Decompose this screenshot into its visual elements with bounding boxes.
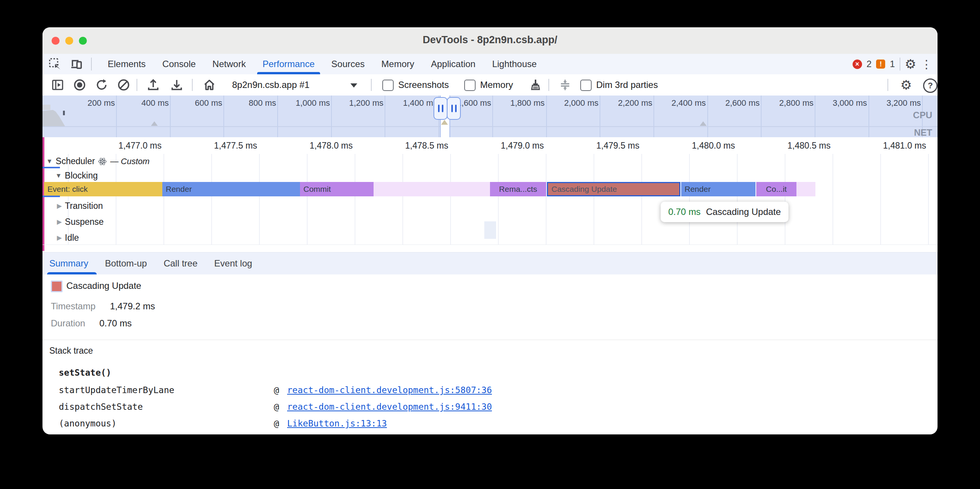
react-atom-icon xyxy=(98,157,107,166)
toggle-sidebar-icon[interactable] xyxy=(51,78,64,92)
selection-right-handle[interactable] xyxy=(447,97,461,120)
duration-value: 0.70 ms xyxy=(99,318,132,329)
overview-tick: 2,600 ms xyxy=(699,98,760,108)
disclosure-collapsed-icon[interactable]: ▶ xyxy=(57,218,62,226)
overview-tick: 1,800 ms xyxy=(484,98,545,108)
blocking-lane-header[interactable]: ▼ Blocking xyxy=(56,171,98,181)
error-count[interactable]: 2 xyxy=(867,59,872,69)
overview-tick: 2,800 ms xyxy=(753,98,813,108)
tab-bottom-up[interactable]: Bottom-up xyxy=(97,252,156,275)
stack-frame-source-link[interactable]: react-dom-client.development.js:9411:30 xyxy=(287,402,492,412)
tab-application[interactable]: Application xyxy=(423,54,484,74)
overview-tick: 3,000 ms xyxy=(806,98,867,108)
record-icon[interactable] xyxy=(73,78,86,92)
flame-bar-passive[interactable] xyxy=(374,182,490,196)
tab-bar-right-controls: × 2 ! 1 ⚙ ⋮ xyxy=(853,54,932,74)
cpu-activity-chart xyxy=(43,110,65,127)
console-errors-icon[interactable]: × xyxy=(853,60,862,69)
screenshots-checkbox[interactable] xyxy=(382,79,394,91)
selection-left-handle[interactable] xyxy=(433,97,447,120)
ruler-tick: 1,478.5 ms xyxy=(372,141,448,151)
suspense-lane-header[interactable]: ▶ Suspense xyxy=(57,217,103,227)
capture-settings-gear-icon[interactable]: ⚙ xyxy=(900,78,912,91)
shrink-rows-icon[interactable] xyxy=(558,78,572,92)
desktop-background: DevTools - 8p2n9n.csb.app/ Elements Cons… xyxy=(0,0,980,489)
tab-summary[interactable]: Summary xyxy=(49,252,97,275)
toggle-device-toolbar-icon[interactable] xyxy=(70,58,83,70)
flame-bar-commit[interactable]: Commit xyxy=(300,182,374,196)
inspect-element-icon[interactable] xyxy=(49,58,61,70)
memory-checkbox-label[interactable]: Memory xyxy=(480,79,513,90)
save-profile-icon[interactable] xyxy=(170,78,184,92)
performance-toolbar: 8p2n9n.csb.app #1 Screenshots Memory Dim… xyxy=(43,74,937,96)
settings-gear-icon[interactable]: ⚙ xyxy=(905,58,916,70)
overview-tick: 3,200 ms xyxy=(860,98,921,108)
transition-lane-label: Transition xyxy=(65,201,103,211)
tab-event-log[interactable]: Event log xyxy=(206,252,261,275)
flame-bar-render-2[interactable]: Render xyxy=(681,182,756,196)
overview-tick: 200 ms xyxy=(54,98,115,108)
flame-bar-event-click[interactable]: Event: click xyxy=(44,182,162,196)
divider xyxy=(371,79,372,91)
grip-line xyxy=(451,105,453,112)
stack-frame-source-link[interactable]: react-dom-client.development.js:5807:36 xyxy=(287,385,492,395)
grip-line xyxy=(438,105,439,112)
flame-bar-remaining-effects[interactable]: Rema...cts xyxy=(490,182,546,196)
disclosure-collapsed-icon[interactable]: ▶ xyxy=(57,202,62,210)
scheduler-track-header[interactable]: ▼ Scheduler — Custom xyxy=(46,156,150,167)
screenshots-checkbox-label[interactable]: Screenshots xyxy=(398,79,449,90)
stack-frame-source-link[interactable]: LikeButton.js:13:13 xyxy=(287,419,387,428)
collect-garbage-brush-icon[interactable] xyxy=(529,78,542,92)
flame-bar-render[interactable]: Render xyxy=(162,182,300,196)
tab-sources[interactable]: Sources xyxy=(323,54,373,74)
overview-tick: 2,200 ms xyxy=(592,98,652,108)
console-warnings-icon[interactable]: ! xyxy=(876,60,885,68)
scheduler-track-label: Scheduler xyxy=(56,156,95,167)
load-profile-icon[interactable] xyxy=(146,78,160,92)
home-icon[interactable] xyxy=(202,78,216,92)
tab-memory[interactable]: Memory xyxy=(373,54,423,74)
disclosure-collapsed-icon[interactable]: ▶ xyxy=(57,234,62,242)
tab-network[interactable]: Network xyxy=(204,54,254,74)
idle-lane-header[interactable]: ▶ Idle xyxy=(57,233,79,243)
disclosure-expanded-icon[interactable]: ▼ xyxy=(56,172,62,180)
flame-bar-commit-2[interactable]: Co...it xyxy=(756,182,796,196)
tab-console[interactable]: Console xyxy=(154,54,204,74)
flame-bar-tail[interactable] xyxy=(796,182,815,196)
dim-3rd-parties-checkbox-label[interactable]: Dim 3rd parties xyxy=(596,79,658,90)
tab-performance[interactable]: Performance xyxy=(254,54,323,74)
more-options-kebab-icon[interactable]: ⋮ xyxy=(921,58,932,71)
clear-icon[interactable] xyxy=(117,78,130,92)
selection-marker-icon xyxy=(441,120,448,125)
scroll-artifact xyxy=(484,221,496,239)
history-select[interactable]: 8p2n9n.csb.app #1 xyxy=(232,79,309,90)
overview-axis-line xyxy=(43,126,937,127)
ruler-tick: 1,479.5 ms xyxy=(563,141,640,151)
overview-tick: 2,400 ms xyxy=(645,98,706,108)
warning-count[interactable]: 1 xyxy=(890,59,895,69)
summary-divider xyxy=(43,340,937,340)
tab-elements[interactable]: Elements xyxy=(99,54,154,74)
overview-tick: 3,400 ms xyxy=(914,98,937,108)
title-bar[interactable]: DevTools - 8p2n9n.csb.app/ xyxy=(43,27,937,55)
record-and-reload-icon[interactable] xyxy=(95,78,108,92)
overview-tick: 400 ms xyxy=(108,98,169,108)
stack-trace-heading: Stack trace xyxy=(49,346,93,356)
tab-call-tree[interactable]: Call tree xyxy=(155,252,205,275)
help-icon[interactable]: ? xyxy=(923,78,937,93)
duration-label: Duration xyxy=(51,318,85,329)
cpu-activity-peak xyxy=(43,105,51,110)
ruler-tick: 1,477.0 ms xyxy=(86,141,162,151)
overview-tick: 2,000 ms xyxy=(538,98,598,108)
transition-lane-header[interactable]: ▶ Transition xyxy=(57,201,103,211)
divider xyxy=(549,79,549,91)
memory-checkbox[interactable] xyxy=(464,79,476,91)
tab-lighthouse[interactable]: Lighthouse xyxy=(484,54,545,74)
blocking-lane-label: Blocking xyxy=(65,171,98,181)
flame-bar-cascading-update-selected[interactable]: Cascading Update xyxy=(547,182,680,196)
disclosure-expanded-icon[interactable]: ▼ xyxy=(46,158,53,165)
timeline-overview[interactable]: 200 ms 400 ms 600 ms 800 ms 1,000 ms 1,2… xyxy=(43,95,937,137)
select-caret-down-icon[interactable] xyxy=(350,83,357,87)
dim-3rd-parties-checkbox[interactable] xyxy=(580,79,592,91)
stack-frame-function: setState() xyxy=(59,368,111,378)
